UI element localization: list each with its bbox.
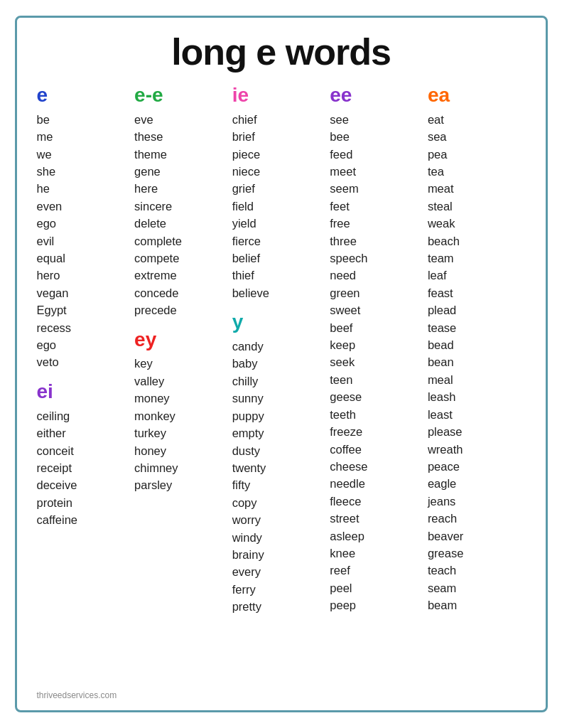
list-item: every bbox=[232, 563, 330, 580]
list-item: sea bbox=[428, 128, 526, 145]
list-item: team bbox=[428, 250, 526, 267]
list-item: veto bbox=[37, 353, 135, 370]
list-item: free bbox=[330, 215, 428, 232]
list-item: recess bbox=[37, 319, 135, 336]
list-item: leaf bbox=[428, 267, 526, 284]
section-header-ea: ea bbox=[428, 85, 526, 107]
list-item: honey bbox=[134, 442, 232, 459]
list-item: believe bbox=[232, 284, 330, 301]
list-item: teach bbox=[428, 562, 526, 579]
list-item: beef bbox=[330, 319, 428, 336]
list-item: need bbox=[330, 267, 428, 284]
card: long e words ebemewesheheevenegoevilequa… bbox=[15, 16, 548, 712]
list-item: turkey bbox=[134, 424, 232, 441]
list-item: piece bbox=[232, 146, 330, 163]
list-item: Egypt bbox=[37, 301, 135, 318]
section-header-ey: ey bbox=[134, 329, 232, 351]
col-ee2: eeseebeefeedmeetseemfeetfreethreespeechn… bbox=[330, 85, 428, 686]
col-ie: iechiefbriefpieceniecegrieffieldyieldfie… bbox=[232, 85, 330, 686]
col-ea: eaeatseapeateameatstealweakbeachteamleaf… bbox=[428, 85, 526, 686]
section-ei: eiceilingeitherconceitreceiptdeceiveprot… bbox=[37, 381, 135, 529]
list-item: beam bbox=[428, 596, 526, 614]
list-item: keep bbox=[330, 336, 428, 353]
list-item: beaver bbox=[428, 528, 526, 545]
list-item: compete bbox=[134, 250, 232, 267]
list-item: green bbox=[330, 284, 428, 301]
list-item: caffeine bbox=[37, 511, 135, 528]
word-list: seebeefeedmeetseemfeetfreethreespeechnee… bbox=[330, 111, 428, 614]
list-item: sweet bbox=[330, 301, 428, 318]
section-ie: iechiefbriefpieceniecegrieffieldyieldfie… bbox=[232, 85, 330, 301]
list-item: meat bbox=[428, 180, 526, 197]
list-item: three bbox=[330, 232, 428, 250]
list-item: equal bbox=[37, 250, 135, 267]
list-item: tease bbox=[428, 319, 526, 336]
list-item: be bbox=[37, 111, 135, 128]
list-item: either bbox=[37, 424, 135, 441]
list-item: delete bbox=[134, 215, 232, 232]
list-item: fifty bbox=[232, 476, 330, 493]
section-ea: eaeatseapeateameatstealweakbeachteamleaf… bbox=[428, 85, 526, 614]
list-item: even bbox=[37, 198, 135, 215]
list-item: receipt bbox=[37, 459, 135, 476]
list-item: grease bbox=[428, 545, 526, 562]
list-item: peel bbox=[330, 579, 428, 596]
word-list: keyvalleymoneymonkeyturkeyhoneychimneypa… bbox=[134, 355, 232, 493]
list-item: brainy bbox=[232, 546, 330, 563]
list-item: see bbox=[330, 111, 428, 128]
list-item: feast bbox=[428, 284, 526, 301]
list-item: worry bbox=[232, 511, 330, 528]
list-item: yield bbox=[232, 215, 330, 232]
page-title: long e words bbox=[37, 31, 526, 73]
list-item: we bbox=[37, 146, 135, 163]
list-item: teen bbox=[330, 371, 428, 388]
list-item: tea bbox=[428, 163, 526, 180]
list-item: copy bbox=[232, 494, 330, 511]
list-item: seem bbox=[330, 180, 428, 197]
list-item: gene bbox=[134, 163, 232, 180]
list-item: dusty bbox=[232, 442, 330, 459]
list-item: fierce bbox=[232, 232, 330, 250]
section-ee: e-eevethesethemegeneheresinceredeletecom… bbox=[134, 85, 232, 319]
list-item: here bbox=[134, 180, 232, 197]
list-item: ferry bbox=[232, 581, 330, 598]
list-item: thief bbox=[232, 267, 330, 284]
word-list: bemewesheheevenegoevilequalheroveganEgyp… bbox=[37, 111, 135, 371]
list-item: deceive bbox=[37, 476, 135, 493]
list-item: freeze bbox=[330, 423, 428, 440]
list-item: protein bbox=[37, 494, 135, 511]
list-item: leash bbox=[428, 388, 526, 405]
list-item: extreme bbox=[134, 267, 232, 284]
list-item: pea bbox=[428, 146, 526, 163]
list-item: windy bbox=[232, 529, 330, 546]
list-item: twenty bbox=[232, 459, 330, 476]
list-item: field bbox=[232, 198, 330, 215]
list-item: cheese bbox=[330, 458, 428, 475]
list-item: eagle bbox=[428, 475, 526, 492]
word-list: eatseapeateameatstealweakbeachteamleaffe… bbox=[428, 111, 526, 614]
section-header-ee: e-e bbox=[134, 85, 232, 107]
list-item: bead bbox=[428, 336, 526, 353]
section-header-ie: ie bbox=[232, 85, 330, 107]
list-item: valley bbox=[134, 373, 232, 390]
list-item: weak bbox=[428, 215, 526, 232]
list-item: niece bbox=[232, 163, 330, 180]
section-header-ei: ei bbox=[37, 381, 135, 403]
section-ee: eeseebeefeedmeetseemfeetfreethreespeechn… bbox=[330, 85, 428, 614]
list-item: least bbox=[428, 406, 526, 423]
list-item: complete bbox=[134, 232, 232, 250]
list-item: needle bbox=[330, 475, 428, 492]
list-item: pretty bbox=[232, 598, 330, 615]
list-item: eat bbox=[428, 111, 526, 128]
list-item: ego bbox=[37, 336, 135, 353]
list-item: puppy bbox=[232, 407, 330, 424]
col-ee: e-eevethesethemegeneheresinceredeletecom… bbox=[134, 85, 232, 686]
list-item: eve bbox=[134, 111, 232, 128]
list-item: please bbox=[428, 423, 526, 440]
list-item: precede bbox=[134, 301, 232, 318]
section-y: ycandybabychillysunnypuppyemptydustytwen… bbox=[232, 311, 330, 615]
list-item: street bbox=[330, 510, 428, 527]
list-item: grief bbox=[232, 180, 330, 197]
list-item: feed bbox=[330, 146, 428, 163]
list-item: empty bbox=[232, 424, 330, 441]
